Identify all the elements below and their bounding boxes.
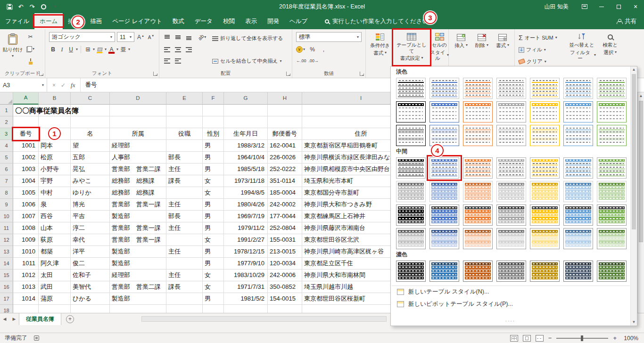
formula-input[interactable]: 番号 xyxy=(81,78,101,92)
table-style-medium-13[interactable] xyxy=(563,181,593,202)
currency-format-button[interactable]: ¥▾ xyxy=(296,45,305,54)
cell-B17[interactable]: 蒲原 xyxy=(39,293,71,305)
cell-B7[interactable]: 宇野 xyxy=(39,175,71,187)
format-cells-button[interactable]: 書式▾ xyxy=(493,31,512,49)
cell-D10[interactable]: 製造部 xyxy=(110,211,166,222)
ribbon-tab-page-layout[interactable]: ページ レイアウト xyxy=(107,13,167,29)
table-style-medium-17[interactable] xyxy=(463,204,493,226)
cell-C4[interactable]: 望 xyxy=(71,140,110,152)
cell-F8[interactable]: 女 xyxy=(203,187,224,199)
cell-A5[interactable]: 1002 xyxy=(13,152,39,163)
table-style-medium-19[interactable] xyxy=(530,204,560,226)
phonetic-guide-button[interactable]: 亜 xyxy=(119,45,127,54)
increase-font-size-button[interactable]: A▲ xyxy=(137,33,145,41)
cell-D7[interactable]: 総務部 総務課 xyxy=(110,175,166,187)
table-style-medium-20[interactable] xyxy=(563,204,593,226)
horizontal-scrollbar-thumb[interactable] xyxy=(141,316,387,322)
normal-view-icon[interactable] xyxy=(510,335,518,342)
table-style-medium-15[interactable] xyxy=(396,204,426,226)
cell-A11[interactable]: 1008 xyxy=(13,222,39,234)
cell-styles-button[interactable]: セルの スタイル▾ xyxy=(430,30,449,61)
font-color-button[interactable]: A xyxy=(107,45,116,54)
cell-A2[interactable] xyxy=(13,116,39,128)
cell-D11[interactable]: 営業部 営業一課 xyxy=(110,222,166,234)
number-format-select[interactable]: 標準 ▾ xyxy=(296,32,362,42)
scroll-up-icon[interactable]: ▲ xyxy=(638,92,644,99)
table-style-medium-10[interactable] xyxy=(463,181,493,202)
cell-F14[interactable]: 男 xyxy=(203,258,224,270)
alignment-dialog-launcher[interactable] xyxy=(286,72,290,76)
cell-H5[interactable]: 226-0026 xyxy=(268,152,302,163)
cell-F18[interactable] xyxy=(203,305,224,313)
cell-H18[interactable] xyxy=(268,305,302,313)
row-header-9[interactable]: 9 xyxy=(0,199,13,211)
cell-H8[interactable]: 185-0004 xyxy=(268,187,302,199)
maximize-button[interactable] xyxy=(610,0,627,13)
cell-C6[interactable]: 晃弘 xyxy=(71,163,110,175)
decrease-indent-button[interactable] xyxy=(163,57,171,65)
table-style-medium-16[interactable] xyxy=(429,204,459,226)
cell-G2[interactable] xyxy=(224,116,268,128)
ribbon-tab-data[interactable]: データ xyxy=(190,13,218,29)
cell-E3[interactable]: 役職 xyxy=(166,128,203,140)
decrease-font-size-button[interactable]: A▼ xyxy=(147,33,155,41)
cell-E4[interactable] xyxy=(166,140,203,152)
align-middle-button[interactable] xyxy=(174,33,182,41)
cell-A8[interactable]: 1005 xyxy=(13,187,39,199)
table-style-light-19[interactable] xyxy=(530,125,560,146)
col-header-F[interactable]: F xyxy=(203,92,224,105)
table-style-light-14[interactable] xyxy=(597,101,627,122)
cell-G12[interactable]: 1991/2/27 xyxy=(224,234,268,246)
cell-C16[interactable]: 美智代 xyxy=(71,281,110,293)
cell-B10[interactable]: 西谷 xyxy=(39,211,71,222)
borders-button[interactable]: ⊞ xyxy=(84,45,92,54)
share-button[interactable]: 共有 xyxy=(617,13,644,29)
cell-F9[interactable]: 男 xyxy=(203,199,224,211)
cell-B13[interactable]: 都築 xyxy=(39,246,71,258)
cell-G11[interactable]: 1979/11/2 xyxy=(224,222,268,234)
cell-B15[interactable]: 太田 xyxy=(39,270,71,281)
cell-H12[interactable]: 155-0031 xyxy=(268,234,302,246)
ribbon-tab-home[interactable]: ホーム xyxy=(34,13,63,29)
ribbon-tab-draw[interactable]: 描画 xyxy=(85,13,107,29)
row-header-6[interactable]: 6 xyxy=(0,163,13,175)
cell-F13[interactable]: 男 xyxy=(203,246,224,258)
align-left-button[interactable] xyxy=(163,45,171,54)
close-button[interactable]: × xyxy=(627,0,644,13)
cell-F7[interactable]: 女 xyxy=(203,175,224,187)
row-header-3[interactable]: 3 xyxy=(0,128,13,140)
sort-filter-button[interactable]: 並べ替えと フィルター▾ xyxy=(568,30,596,61)
cell-C12[interactable]: 幸代 xyxy=(71,234,110,246)
table-style-medium-21[interactable] xyxy=(597,204,627,226)
row-header-1[interactable]: 1 xyxy=(0,105,13,116)
table-style-medium-8[interactable] xyxy=(396,181,426,202)
table-style-medium-11[interactable] xyxy=(496,181,526,202)
cell-A13[interactable]: 1010 xyxy=(13,246,39,258)
cell-G1[interactable] xyxy=(224,105,268,116)
insert-cells-button[interactable]: 挿入▾ xyxy=(452,31,471,49)
row-header-10[interactable]: 10 xyxy=(0,211,13,222)
page-layout-view-icon[interactable] xyxy=(523,335,531,342)
cell-D12[interactable]: 営業部 営業一課 xyxy=(110,234,166,246)
cell-H3[interactable]: 郵便番号 xyxy=(268,128,302,140)
row-header-13[interactable]: 13 xyxy=(0,246,13,258)
delete-cells-button[interactable]: 削除▾ xyxy=(472,31,491,49)
cell-E17[interactable] xyxy=(166,293,203,305)
cell-G15[interactable]: 1983/10/29 xyxy=(224,270,268,281)
cell-G14[interactable]: 1977/9/10 xyxy=(224,258,268,270)
col-header-B[interactable]: B xyxy=(39,92,71,105)
cell-D15[interactable]: 経理部 xyxy=(110,270,166,281)
cell-D5[interactable]: 人事部 xyxy=(110,152,166,163)
cell-E7[interactable]: 課長 xyxy=(166,175,203,187)
table-style-medium-22[interactable] xyxy=(396,228,426,249)
cell-G8[interactable]: 1994/8/5 xyxy=(224,187,268,199)
new-sheet-button[interactable]: + xyxy=(66,315,74,323)
gallery-scrollbar-thumb[interactable] xyxy=(632,74,636,229)
cell-B18[interactable] xyxy=(39,305,71,313)
cell-H7[interactable]: 351-0114 xyxy=(268,175,302,187)
cell-H16[interactable]: 350-0852 xyxy=(268,281,302,293)
cell-G7[interactable]: 1973/11/18 xyxy=(224,175,268,187)
table-style-light-8[interactable] xyxy=(396,101,426,122)
table-style-medium-4[interactable] xyxy=(496,157,526,179)
name-box[interactable]: A3 ▾ xyxy=(0,78,47,92)
